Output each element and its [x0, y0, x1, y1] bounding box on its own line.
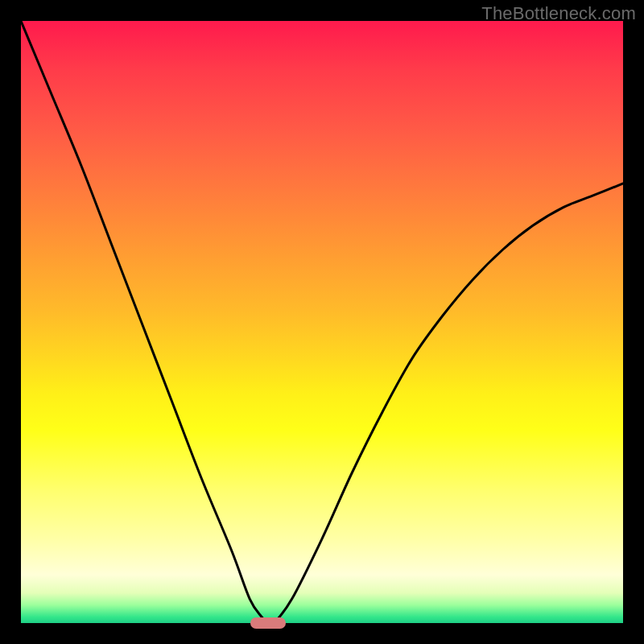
optimal-marker [250, 617, 286, 629]
bottleneck-curve [21, 21, 623, 623]
chart-frame: TheBottleneck.com [0, 0, 644, 644]
plot-area [21, 21, 623, 623]
